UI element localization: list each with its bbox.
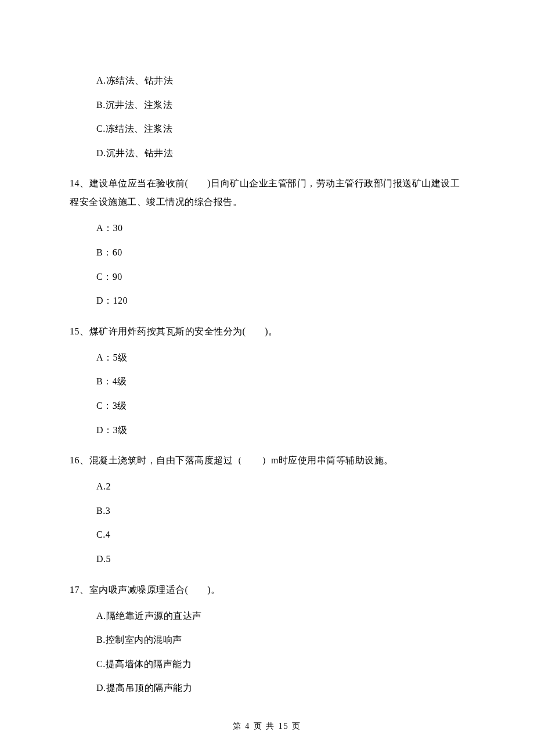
q14-option-a: A：30	[96, 221, 464, 236]
q17-options: A.隔绝靠近声源的直达声 B.控制室内的混响声 C.提高墙体的隔声能力 D.提高…	[96, 609, 464, 696]
q17-option-c: C.提高墙体的隔声能力	[96, 657, 464, 672]
q16-option-c: C.4	[96, 527, 464, 542]
document-page: A.冻结法、钻井法 B.沉井法、注浆法 C.冻结法、注浆法 D.沉井法、钻井法 …	[0, 0, 534, 756]
q14-option-c: C：90	[96, 269, 464, 285]
q17-option-b: B.控制室内的混响声	[96, 632, 464, 647]
q16-options: A.2 B.3 C.4 D.5	[96, 479, 464, 566]
q13-option-d: D.沉井法、钻井法	[96, 146, 464, 161]
q13-option-b: B.沉井法、注浆法	[96, 98, 464, 113]
q14-options: A：30 B：60 C：90 D：120	[96, 221, 464, 308]
page-footer: 第 4 页 共 15 页	[0, 720, 534, 733]
q13-option-c: C.冻结法、注浆法	[96, 121, 464, 136]
q16-option-a: A.2	[96, 479, 464, 494]
q14-option-d: D：120	[96, 293, 464, 308]
q15-option-d: D：3级	[96, 423, 464, 438]
q16-option-b: B.3	[96, 503, 464, 519]
q17-option-d: D.提高吊顶的隔声能力	[96, 681, 464, 696]
q15-option-b: B：4级	[96, 374, 464, 389]
q15-options: A：5级 B：4级 C：3级 D：3级	[96, 350, 464, 437]
q15-text: 15、煤矿许用炸药按其瓦斯的安全性分为( )。	[70, 322, 464, 341]
q14-text: 14、建设单位应当在验收前( )日向矿山企业主管部门，劳动主管行政部门报送矿山建…	[70, 174, 464, 211]
q15-option-a: A：5级	[96, 350, 464, 365]
q13-option-a: A.冻结法、钻井法	[96, 73, 464, 88]
q15-option-c: C：3级	[96, 398, 464, 413]
q14-option-b: B：60	[96, 245, 464, 260]
q13-options: A.冻结法、钻井法 B.沉井法、注浆法 C.冻结法、注浆法 D.沉井法、钻井法	[96, 73, 464, 160]
q16-option-d: D.5	[96, 552, 464, 567]
q17-text: 17、室内吸声减噪原理适合( )。	[70, 581, 464, 599]
q17-option-a: A.隔绝靠近声源的直达声	[96, 609, 464, 624]
q16-text: 16、混凝土浇筑时，自由下落高度超过（ ）m时应使用串筒等辅助设施。	[70, 451, 464, 470]
